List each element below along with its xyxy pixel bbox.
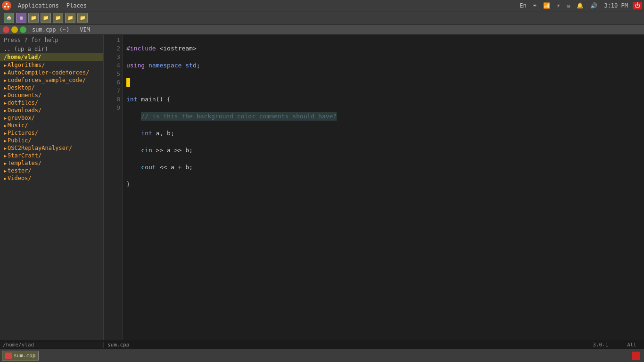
taskbar-app-label: sum.cpp: [14, 353, 35, 359]
status-path: /home/vlad: [0, 342, 104, 348]
filetree-item-public[interactable]: ▶ Public/: [0, 137, 103, 144]
list-item: Templates/: [8, 160, 41, 166]
filetree-item-starcraft[interactable]: ▶ StarCraft/: [0, 152, 103, 159]
code-line-3: [126, 78, 640, 87]
list-item: dotfiles/: [8, 99, 38, 106]
filetree-item-desktop[interactable]: ▶ Desktop/: [0, 84, 103, 91]
filetree-item-videos[interactable]: ▶ Videos/: [0, 174, 103, 182]
svg-point-2: [8, 6, 9, 8]
status-filename: sum.cpp: [107, 342, 129, 348]
filetree-parent[interactable]: .. (up a dir): [0, 45, 103, 53]
filetree-item-pictures[interactable]: ▶ Pictures/: [0, 129, 103, 137]
filetree-item-music[interactable]: ▶ Music/: [0, 122, 103, 129]
svg-point-1: [6, 3, 8, 5]
vim-editor[interactable]: 1 2 3 4 5 6 7 8 9 #include <iostream> us…: [104, 35, 644, 340]
list-item: QSC2ReplayAnalyser/: [8, 145, 72, 151]
code-line-7: cin >> a >> b;: [126, 146, 640, 155]
arrow-icon: ▶: [4, 63, 7, 68]
mail-icon: ✉: [565, 2, 572, 9]
list-item: Algorithms/: [8, 62, 45, 68]
code-line-6: int a, b;: [126, 129, 640, 138]
arrow-icon: ▶: [4, 78, 7, 83]
code-line-8: cout << a + b;: [126, 163, 640, 172]
tb-folder3-icon[interactable]: 📁: [53, 13, 63, 23]
filetree-item-templates[interactable]: ▶ Templates/: [0, 159, 103, 167]
arrow-icon: ▶: [4, 115, 7, 121]
ubuntu-logo[interactable]: [2, 1, 11, 10]
taskbar-right: [632, 352, 642, 360]
status-center: sum.cpp 3,0-1 All: [104, 342, 644, 348]
clock: 3:10 PM: [602, 2, 630, 9]
arrow-icon: ▶: [4, 100, 7, 106]
arrow-icon: ▶: [4, 161, 7, 166]
lang-indicator: En: [518, 2, 528, 9]
tb-folder4-icon[interactable]: 📁: [65, 13, 75, 23]
tb-app-icon[interactable]: ▦: [16, 13, 26, 23]
menu-places[interactable]: Places: [63, 1, 91, 10]
list-item: codeforces_sample_code/: [8, 77, 86, 83]
menu-right: En ☀ 📶 ⚡ ✉ 🔔 🔊 3:10 PM ⏻: [518, 2, 642, 9]
filetree-item-gruvbox[interactable]: ▶ gruvbox/: [0, 114, 103, 122]
taskbar-app-button[interactable]: sum.cpp: [2, 351, 39, 361]
arrow-icon: ▶: [4, 153, 7, 158]
line-numbers: 1 2 3 4 5 6 7 8 9: [104, 35, 123, 340]
list-item: Downloads/: [8, 107, 41, 114]
code-line-1: #include <iostream>: [126, 44, 640, 53]
notification-icon: 🔔: [575, 2, 586, 9]
code-line-5: // is this the background color comments…: [126, 112, 640, 121]
arrow-icon: ▶: [4, 93, 7, 98]
list-item: Pictures/: [8, 130, 38, 136]
editor-content: 1 2 3 4 5 6 7 8 9 #include <iostream> us…: [104, 35, 644, 340]
filetree-item-dotfiles[interactable]: ▶ dotfiles/: [0, 99, 103, 107]
tb-folder1-icon[interactable]: 📁: [28, 13, 39, 23]
status-pos-value: 3,0-1: [593, 342, 608, 348]
main-area: Press ? for help .. (up a dir) /home/vla…: [0, 35, 644, 340]
arrow-icon: ▶: [4, 131, 7, 136]
filetree-item-algorithms[interactable]: ▶ Algorithms/: [0, 61, 103, 69]
list-item: Desktop/: [8, 84, 35, 91]
tb-folder5-icon[interactable]: 📁: [77, 13, 88, 23]
filetree-current[interactable]: /home/vlad/: [0, 53, 103, 61]
filetree-item-downloads[interactable]: ▶ Downloads/: [0, 107, 103, 114]
arrow-icon: ▶: [4, 108, 7, 113]
code-line-4: int main() {: [126, 95, 640, 104]
tb-home-icon[interactable]: 🏠: [4, 13, 14, 23]
tb-folder2-icon[interactable]: 📁: [41, 13, 51, 23]
code-content[interactable]: #include <iostream> using namespace std;…: [123, 35, 644, 340]
window-title: sum.cpp (~) - VIM: [32, 26, 90, 33]
filetree-item-autocompiler[interactable]: ▶ AutoCompiler-codeforces/: [0, 69, 103, 76]
bottom-taskbar: sum.cpp: [0, 349, 644, 362]
arrow-icon: ▶: [4, 176, 7, 181]
filetree-item-tester[interactable]: ▶ tester/: [0, 167, 103, 174]
svg-point-3: [4, 6, 6, 8]
list-item: gruvbox/: [8, 115, 35, 121]
window-minimize-button[interactable]: [11, 26, 18, 33]
menu-applications[interactable]: Applications: [14, 1, 63, 10]
vim-cursor: [126, 78, 130, 87]
code-line-2: using namespace std;: [126, 61, 640, 70]
list-item: AutoCompiler-codeforces/: [8, 69, 89, 76]
taskbar-red-indicator: [632, 352, 640, 360]
brightness-icon: ☀: [531, 2, 538, 9]
volume-icon: 🔊: [588, 2, 599, 9]
file-tree: Press ? for help .. (up a dir) /home/vla…: [0, 35, 104, 340]
filetree-item-codeforces[interactable]: ▶ codeforces_sample_code/: [0, 76, 103, 84]
list-item: Public/: [8, 137, 32, 144]
list-item: StarCraft/: [8, 152, 41, 159]
status-scroll: All: [627, 342, 636, 348]
power-icon[interactable]: ⏻: [633, 2, 642, 9]
window-close-button[interactable]: [3, 26, 9, 33]
taskbar-icons: 🏠 ▦ 📁 📁 📁 📁 📁: [0, 11, 644, 25]
list-item: Videos/: [8, 175, 32, 181]
bluetooth-icon: ⚡: [555, 2, 562, 9]
status-position: 3,0-1 All: [593, 342, 640, 348]
list-item: Documents/: [8, 92, 41, 99]
filetree-hint: Press ? for help: [0, 36, 103, 45]
window-maximize-button[interactable]: [20, 26, 26, 33]
filetree-item-qsc2[interactable]: ▶ QSC2ReplayAnalyser/: [0, 144, 103, 152]
menubar: Applications Places En ☀ 📶 ⚡ ✉ 🔔 🔊 3:10 …: [0, 0, 644, 11]
arrow-icon: ▶: [4, 85, 7, 90]
filetree-item-documents[interactable]: ▶ Documents/: [0, 91, 103, 99]
code-line-9: }: [126, 180, 640, 189]
arrow-icon: ▶: [4, 146, 7, 151]
